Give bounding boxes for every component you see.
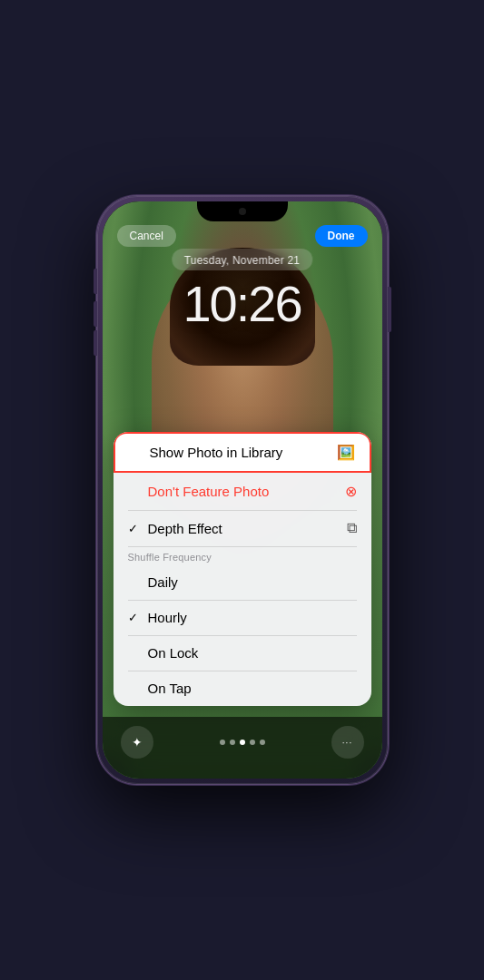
date-pill: Tuesday, November 21 [172,249,312,270]
sparkle-icon: ✦ [132,735,143,750]
lockscreen-date-time: Tuesday, November 21 10:26 [172,249,312,333]
phone-screen: Cancel Done Tuesday, November 21 10:26 S… [103,201,382,779]
menu-item-left-3: ✓ Depth Effect [128,521,222,536]
menu-item-left: Show Photo in Library [130,445,283,460]
dot-1 [220,740,225,745]
notch [197,201,288,221]
menu-item-left-4: Daily [128,574,178,590]
cancel-button[interactable]: Cancel [117,225,176,247]
daily-label: Daily [148,574,178,590]
bottom-toolbar: ✦ ··· [103,717,382,779]
menu-item-left-7: On Tap [128,681,192,696]
dont-feature-label: Don't Feature Photo [148,484,270,499]
menu-item-hourly[interactable]: ✓ Hourly [114,600,371,635]
hourly-label: Hourly [148,610,187,625]
more-button[interactable]: ··· [331,726,364,759]
menu-item-show-photo[interactable]: Show Photo in Library 🖼️ [114,432,371,473]
menu-item-on-tap[interactable]: On Tap [114,671,371,706]
dot-3-active [240,740,245,745]
depth-effect-icon: ⧉ [347,520,357,536]
menu-item-left-6: On Lock [128,645,199,661]
phone-frame: Cancel Done Tuesday, November 21 10:26 S… [97,196,388,784]
menu-item-depth-effect[interactable]: ✓ Depth Effect ⧉ [114,510,371,546]
page-dots [220,740,265,745]
depth-effect-label: Depth Effect [148,521,222,536]
menu-item-left-5: ✓ Hourly [128,610,187,625]
on-tap-label: On Tap [148,681,192,696]
shuffle-frequency-header: Shuffle Frequency [114,546,371,564]
dot-5 [260,740,265,745]
date-label: Tuesday, November 21 [184,254,300,267]
menu-item-dont-feature[interactable]: Don't Feature Photo ⊗ [114,473,371,510]
menu-item-daily[interactable]: Daily [114,564,371,600]
dont-feature-icon: ⊗ [345,483,357,500]
notch-dot [239,208,246,215]
check-hourly: ✓ [128,611,141,624]
sparkle-button[interactable]: ✦ [121,726,153,759]
menu-item-left-2: Don't Feature Photo [128,484,270,499]
context-menu: Show Photo in Library 🖼️ Don't Feature P… [114,432,371,706]
show-photo-icon: 🖼️ [337,444,355,461]
top-bar: Cancel Done [103,225,382,247]
time-display: 10:26 [172,274,312,333]
dot-2 [230,740,235,745]
check-depth-effect: ✓ [128,522,141,535]
more-icon: ··· [342,738,352,748]
menu-item-on-lock[interactable]: On Lock [114,635,371,671]
dot-4 [250,740,255,745]
on-lock-label: On Lock [148,645,199,661]
show-photo-label: Show Photo in Library [150,445,283,460]
done-button[interactable]: Done [315,225,368,247]
